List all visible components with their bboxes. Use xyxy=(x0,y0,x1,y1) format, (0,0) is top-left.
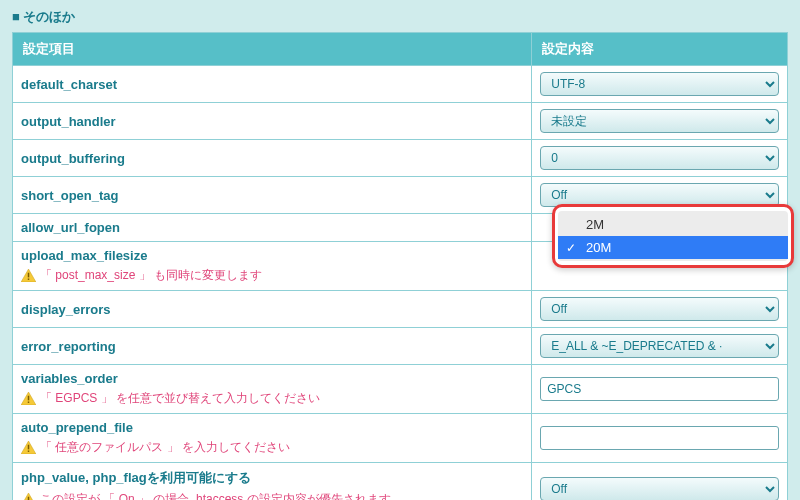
svg-rect-4 xyxy=(28,445,29,450)
table-row: auto_prepend_file 「 任意のファイルパス 」 を入力してくださ… xyxy=(13,414,788,463)
check-icon: ✓ xyxy=(566,241,576,255)
setting-label: variables_order xyxy=(21,371,118,386)
table-row: default_charset UTF-8 xyxy=(13,66,788,103)
setting-label: output_handler xyxy=(21,114,116,129)
dropdown-option-20m[interactable]: ✓ 20M xyxy=(558,236,788,259)
warning-icon xyxy=(21,392,36,405)
setting-label: output_buffering xyxy=(21,151,125,166)
output-buffering-select[interactable]: 0 xyxy=(540,146,779,170)
dropdown-option-2m[interactable]: 2M xyxy=(558,213,788,236)
col-header-item: 設定項目 xyxy=(13,33,532,66)
svg-rect-1 xyxy=(28,278,29,279)
upload-max-filesize-dropdown[interactable]: 2M ✓ 20M xyxy=(552,204,794,268)
table-row: output_handler 未設定 xyxy=(13,103,788,140)
variables-order-input[interactable] xyxy=(540,377,779,401)
table-row: variables_order 「 EGPCS 」 を任意で並び替えて入力してく… xyxy=(13,365,788,414)
svg-rect-2 xyxy=(28,396,29,401)
setting-note: 「 任意のファイルパス 」 を入力してください xyxy=(40,439,290,456)
setting-label: php_value, php_flagを利用可能にする xyxy=(21,470,251,485)
section-title: ■ そのほか xyxy=(12,8,788,26)
svg-rect-0 xyxy=(28,273,29,278)
svg-rect-5 xyxy=(28,450,29,451)
setting-note: 「 EGPCS 」 を任意で並び替えて入力してください xyxy=(40,390,320,407)
auto-prepend-file-input[interactable] xyxy=(540,426,779,450)
setting-label: short_open_tag xyxy=(21,188,119,203)
setting-note: この設定が 「 On 」 の場合 .htaccess の設定内容が優先されます xyxy=(40,491,391,500)
warning-icon xyxy=(21,493,36,500)
col-header-value: 設定内容 xyxy=(532,33,788,66)
default-charset-select[interactable]: UTF-8 xyxy=(540,72,779,96)
table-row: display_errors Off xyxy=(13,291,788,328)
svg-rect-3 xyxy=(28,401,29,402)
error-reporting-select[interactable]: E_ALL & ~E_DEPRECATED & · xyxy=(540,334,779,358)
php-value-flag-select[interactable]: Off xyxy=(540,477,779,501)
output-handler-select[interactable]: 未設定 xyxy=(540,109,779,133)
setting-label: auto_prepend_file xyxy=(21,420,133,435)
display-errors-select[interactable]: Off xyxy=(540,297,779,321)
setting-label: upload_max_filesize xyxy=(21,248,147,263)
warning-icon xyxy=(21,269,36,282)
setting-label: default_charset xyxy=(21,77,117,92)
table-row: php_value, php_flagを利用可能にする この設定が 「 On 」… xyxy=(13,463,788,501)
setting-label: display_errors xyxy=(21,302,111,317)
setting-label: allow_url_fopen xyxy=(21,220,120,235)
warning-icon xyxy=(21,441,36,454)
setting-label: error_reporting xyxy=(21,339,116,354)
setting-note: 「 post_max_size 」 も同時に変更します xyxy=(40,267,262,284)
table-row: output_buffering 0 xyxy=(13,140,788,177)
table-row: error_reporting E_ALL & ~E_DEPRECATED & … xyxy=(13,328,788,365)
